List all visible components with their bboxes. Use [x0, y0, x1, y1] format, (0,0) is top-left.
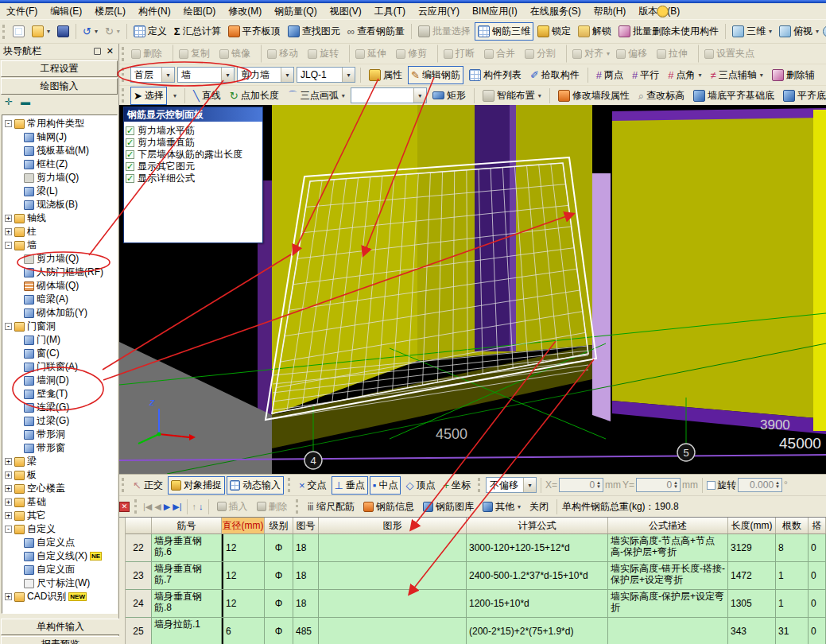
diameter-cell[interactable]: 12	[222, 534, 265, 561]
formula-desc-cell[interactable]: 墙实际高度-错开长度-搭接-保护层+设定弯折	[608, 562, 728, 589]
unlock-button[interactable]: 解锁	[575, 22, 615, 41]
tab-report-preview[interactable]: 报表预览	[1, 636, 120, 644]
formula-cell[interactable]: 3000-120+120-15+12*d	[467, 534, 608, 561]
edit-tool-button[interactable]: 修剪	[393, 45, 433, 63]
tree-item[interactable]: 带形洞	[2, 428, 117, 441]
delete-aux-axis-button[interactable]: 删除辅	[769, 66, 818, 84]
tree-item[interactable]: 带形窗	[2, 441, 117, 455]
tree-item[interactable]: 梁(L)	[2, 184, 117, 198]
pin-icon[interactable]	[94, 48, 101, 55]
count-cell[interactable]: 1	[776, 562, 809, 589]
toolbar-handle[interactable]	[478, 478, 482, 492]
parallel-axis-button[interactable]: #平行	[629, 66, 662, 84]
diameter-cell[interactable]: 12	[222, 562, 265, 589]
rectangle-button[interactable]: 矩形	[429, 87, 469, 105]
two-points-axis-button[interactable]: #两点	[593, 66, 626, 84]
rotate-checkbox[interactable]	[707, 481, 715, 490]
col-header-level[interactable]: 级别	[265, 518, 293, 533]
delete-row-button[interactable]: 删除	[254, 498, 291, 516]
col-header-count[interactable]: 根数	[776, 518, 809, 533]
object-snap-button[interactable]: 对象捕捉	[168, 476, 225, 495]
tree-item[interactable]: 筏板基础(M)	[2, 144, 117, 157]
offset-mode-select[interactable]: 不偏移▾	[486, 477, 537, 493]
figure-no-cell[interactable]: 18	[293, 590, 319, 617]
lock-button[interactable]: 锁定	[534, 22, 574, 41]
col-header-formula[interactable]: 计算公式	[467, 518, 608, 533]
rebar-3d-button[interactable]: 钢筋三维	[475, 22, 533, 41]
floor-select[interactable]: 首层▾	[130, 67, 175, 83]
prev-row-button[interactable]: ◀	[154, 502, 161, 512]
tree-item[interactable]: + 基础	[2, 495, 117, 509]
col-header-figure-no[interactable]: 图号	[293, 518, 319, 533]
edit-tool-button[interactable]: 对齐▾	[566, 45, 613, 63]
menu-item[interactable]: 文件(F)	[0, 3, 44, 20]
new-file-button[interactable]	[10, 23, 28, 40]
insert-row-button[interactable]: 插入	[214, 498, 251, 516]
close-button[interactable]: 关闭	[526, 498, 552, 516]
close-editor-icon[interactable]: ✕	[119, 502, 130, 512]
tree-item[interactable]: 自定义面	[2, 563, 117, 576]
tree-item[interactable]: 框柱(Z)	[2, 157, 117, 171]
checkbox-checked-icon[interactable]: ✓	[126, 174, 134, 183]
intersection-snap-button[interactable]: ×交点	[296, 476, 330, 495]
edit-tool-button[interactable]: 镜像	[216, 45, 257, 63]
lap-cell[interactable]: 0	[809, 562, 826, 589]
tree-item[interactable]: 连梁(G)	[2, 401, 117, 414]
arc-mode-select[interactable]: ▾	[351, 87, 427, 103]
arc-3pt-button[interactable]: ⌒三点画弧▾	[285, 87, 348, 105]
other-menu-button[interactable]: 其他▾	[479, 498, 524, 516]
shape-cell[interactable]: 170	[319, 618, 467, 644]
type-select[interactable]: 剪力墙▾	[237, 67, 294, 83]
menu-item[interactable]: 编辑(E)	[44, 3, 88, 20]
diameter-cell[interactable]: 6	[222, 618, 265, 644]
toolbar-handle[interactable]	[2, 25, 6, 39]
tree-item[interactable]: + 梁	[2, 455, 117, 468]
component-name-select[interactable]: JLQ-1▾	[297, 67, 355, 83]
view-3d-button[interactable]: 三维▾	[729, 22, 775, 41]
edit-tool-button[interactable]: 分割	[522, 45, 562, 63]
tree-item[interactable]: + 柱	[2, 225, 117, 239]
point-angle-axis-button[interactable]: #点角▾	[665, 66, 704, 84]
figure-no-cell[interactable]: 485	[293, 618, 319, 644]
tree-item[interactable]: + 轴线	[2, 211, 117, 225]
vertex-snap-button[interactable]: ◇顶点	[402, 476, 438, 495]
view-rebar-qty-button[interactable]: ∞查看钢筋量	[344, 22, 408, 41]
rebar-name-cell[interactable]: 墙身垂直钢筋.7	[152, 562, 222, 589]
checkbox-checked-icon[interactable]: ✓	[126, 150, 134, 159]
align-slab-top-button[interactable]: 平齐板顶	[225, 22, 284, 41]
toolbar-handle[interactable]	[288, 478, 292, 492]
edit-tool-button[interactable]: 拉伸	[653, 45, 694, 63]
menu-item[interactable]: 构件(N)	[132, 3, 177, 20]
edit-tool-button[interactable]: 偏移	[613, 45, 653, 63]
menu-item[interactable]: 在线服务(S)	[524, 3, 588, 20]
col-header-formula-desc[interactable]: 公式描述	[608, 518, 728, 533]
select-button[interactable]: ➤选择	[130, 87, 167, 105]
expand-toggle[interactable]: -	[5, 242, 12, 249]
move-up-button[interactable]: ↑	[192, 502, 197, 511]
menu-item[interactable]: 绘图(D)	[177, 3, 223, 20]
tree-item[interactable]: 现浇板(B)	[2, 198, 117, 211]
expand-toggle[interactable]: +	[5, 458, 12, 465]
toolbar-handle[interactable]	[296, 499, 300, 514]
expand-toggle[interactable]: -	[5, 323, 12, 330]
rebar-name-cell[interactable]: 墙身垂直钢筋.6	[152, 534, 222, 561]
row-number[interactable]: 23	[126, 562, 152, 589]
redo-button[interactable]: ↻▾	[102, 24, 123, 39]
expand-toggle[interactable]: +	[5, 485, 12, 492]
length-cell[interactable]: 343	[728, 618, 776, 644]
ortho-button[interactable]: ↖正交	[130, 476, 166, 495]
formula-desc-cell[interactable]: 墙实际高度-节点高+节点高-保护层+弯折	[608, 534, 728, 561]
formula-cell[interactable]: 2400-500-1.2*37*d-15+10*d	[467, 562, 608, 589]
tree-item[interactable]: 剪力墙(Q)	[2, 252, 117, 266]
pick-component-button[interactable]: ✐拾取构件	[527, 66, 583, 84]
level-cell[interactable]: Φ	[265, 562, 293, 589]
tree-item[interactable]: 窗(C)	[2, 347, 117, 360]
col-header-lap[interactable]: 搭	[809, 518, 826, 533]
tree-item[interactable]: 壁龛(T)	[2, 387, 117, 401]
close-icon[interactable]: ✕	[105, 47, 115, 56]
three-point-aux-axis-button[interactable]: ≠三点辅轴▾	[708, 66, 766, 84]
rebar-name-cell[interactable]: 墙身拉筋.1	[152, 618, 222, 644]
panel-title-bar[interactable]: 钢筋显示控制面板	[124, 107, 262, 122]
expand-toggle[interactable]: +	[5, 471, 12, 479]
tree-item[interactable]: - 门窗洞	[2, 320, 117, 333]
